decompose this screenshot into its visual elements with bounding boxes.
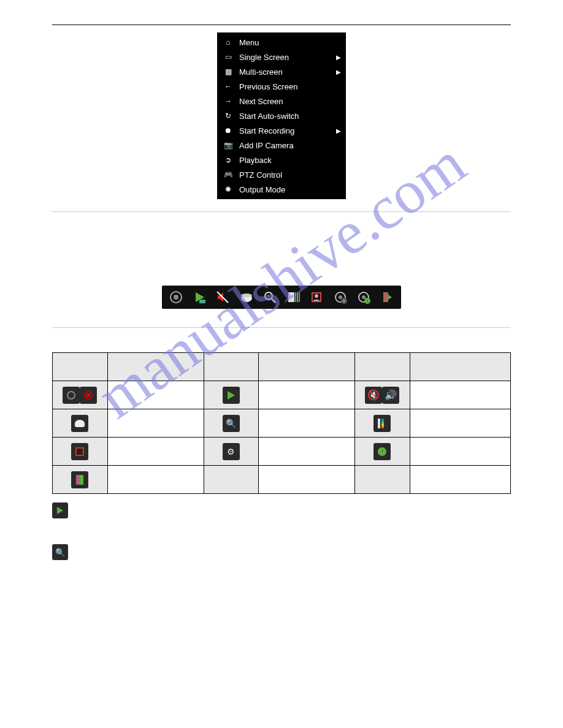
monitor-icon: ▭ xyxy=(223,52,233,62)
table-header xyxy=(107,353,204,381)
svg-line-8 xyxy=(272,299,275,303)
svg-rect-23 xyxy=(383,292,388,302)
table-desc-cell xyxy=(259,409,355,438)
table-desc-cell xyxy=(107,409,204,438)
image-settings-icon[interactable] xyxy=(284,288,302,306)
menu-item-previous-screen[interactable]: ← Previous Screen xyxy=(217,79,346,94)
record-off-icon xyxy=(63,387,80,404)
stream-info-icon: ↑ xyxy=(373,443,391,460)
digital-zoom-icon: 🔍 xyxy=(52,544,68,560)
menu-label: Playback xyxy=(239,156,272,165)
stream-settings-icon: ⚙ xyxy=(223,443,240,460)
menu-label: Next Screen xyxy=(239,97,283,106)
menu-item-ptz-control[interactable]: 🎮 PTZ Control xyxy=(217,167,346,182)
instant-playback-icon[interactable] xyxy=(190,288,209,306)
play-icon: ➲ xyxy=(223,155,233,165)
svg-point-17 xyxy=(339,295,342,299)
audio-mute-icon[interactable] xyxy=(213,288,232,306)
instant-playback-icon xyxy=(223,387,240,404)
table-header xyxy=(53,353,108,381)
ptz-dome-icon xyxy=(71,415,88,432)
table-icon-cell xyxy=(53,466,108,494)
menu-item-output-mode[interactable]: ✺ Output Mode xyxy=(217,182,346,197)
table-icon-cell xyxy=(53,381,108,409)
arrow-right-icon: → xyxy=(223,96,233,106)
svg-point-20 xyxy=(362,295,366,299)
table-icon-cell: ⚙ xyxy=(204,438,259,466)
menu-item-auto-switch[interactable]: ↻ Start Auto-switch xyxy=(217,108,346,123)
table-icon-cell xyxy=(204,466,259,494)
table-icon-cell xyxy=(355,466,410,494)
context-menu: ⌂ Menu ▭ Single Screen ▶ ▦ Multi-screen … xyxy=(217,32,346,199)
menu-label: Start Recording xyxy=(239,126,294,135)
menu-label: Start Auto-switch xyxy=(239,112,299,121)
svg-point-15 xyxy=(315,294,318,298)
svg-point-1 xyxy=(174,295,178,300)
svg-rect-10 xyxy=(288,292,294,302)
digital-zoom-icon: 🔍 xyxy=(223,415,240,432)
face-detect-icon xyxy=(71,443,88,460)
menu-item-start-recording[interactable]: ⏺ Start Recording ▶ xyxy=(217,123,346,138)
menu-label: Multi-screen xyxy=(239,67,283,77)
menu-item-single-screen[interactable]: ▭ Single Screen ▶ xyxy=(217,50,346,64)
menu-label: Single Screen xyxy=(239,53,289,62)
svg-rect-3 xyxy=(199,300,205,303)
svg-rect-11 xyxy=(295,292,296,302)
record-icon: ⏺ xyxy=(223,126,233,135)
table-icon-cell xyxy=(355,409,410,438)
ptz-dome-icon[interactable] xyxy=(237,288,256,306)
digital-zoom-icon[interactable]: + xyxy=(261,288,279,306)
table-desc-cell xyxy=(410,381,510,409)
table-desc-cell xyxy=(259,466,355,494)
svg-text:+: + xyxy=(267,293,270,299)
table-desc-cell xyxy=(410,466,510,494)
face-detect-icon[interactable] xyxy=(307,288,326,306)
table-icon-cell: ↑ xyxy=(355,438,410,466)
menu-label: Previous Screen xyxy=(239,82,297,91)
submenu-arrow-icon: ▶ xyxy=(336,127,341,134)
table-icon-cell xyxy=(204,381,259,409)
grid-icon: ▦ xyxy=(223,67,233,77)
menu-item-playback[interactable]: ➲ Playback xyxy=(217,153,346,167)
quick-toolbar: + ↑ xyxy=(162,286,401,309)
close-icon[interactable] xyxy=(378,288,396,306)
record-toggle-icon[interactable] xyxy=(167,288,185,306)
record-on-icon xyxy=(80,387,97,404)
table-header xyxy=(204,353,259,381)
table-icon-cell: 🔇 🔊 xyxy=(355,381,410,409)
refresh-icon: ↻ xyxy=(223,111,233,121)
icon-description-table: 🔇 🔊 🔍 ⚙ xyxy=(52,352,511,494)
close-icon xyxy=(71,471,88,488)
svg-rect-13 xyxy=(299,292,300,302)
svg-text:↑: ↑ xyxy=(366,298,369,304)
menu-item-multi-screen[interactable]: ▦ Multi-screen ▶ xyxy=(217,64,346,79)
table-desc-cell xyxy=(107,466,204,494)
image-settings-icon xyxy=(373,415,391,432)
ptz-icon: 🎮 xyxy=(223,170,233,180)
svg-marker-24 xyxy=(388,295,392,300)
submenu-arrow-icon: ▶ xyxy=(336,69,341,75)
table-header xyxy=(259,353,355,381)
audio-mute-icon: 🔇 xyxy=(365,387,382,404)
table-desc-cell xyxy=(259,438,355,466)
output-icon: ✺ xyxy=(223,184,233,194)
table-icon-cell xyxy=(53,409,108,438)
audio-on-icon: 🔊 xyxy=(382,387,399,404)
menu-label: Add IP Camera xyxy=(239,141,294,150)
home-icon: ⌂ xyxy=(223,37,233,47)
table-desc-cell xyxy=(410,438,510,466)
menu-item-add-ip-camera[interactable]: 📷 Add IP Camera xyxy=(217,138,346,153)
instant-playback-icon xyxy=(52,502,68,518)
stream-info-icon[interactable]: ↑ xyxy=(354,288,373,306)
svg-rect-12 xyxy=(297,292,298,302)
table-icon-cell: 🔍 xyxy=(204,409,259,438)
menu-item-menu[interactable]: ⌂ Menu xyxy=(217,35,346,50)
stream-settings-icon[interactable] xyxy=(331,288,350,306)
table-header xyxy=(355,353,410,381)
camera-icon: 📷 xyxy=(223,140,233,150)
menu-item-next-screen[interactable]: → Next Screen xyxy=(217,94,346,108)
table-desc-cell xyxy=(410,409,510,438)
arrow-left-icon: ← xyxy=(223,82,233,91)
table-desc-cell xyxy=(107,438,204,466)
menu-label: PTZ Control xyxy=(239,170,282,180)
